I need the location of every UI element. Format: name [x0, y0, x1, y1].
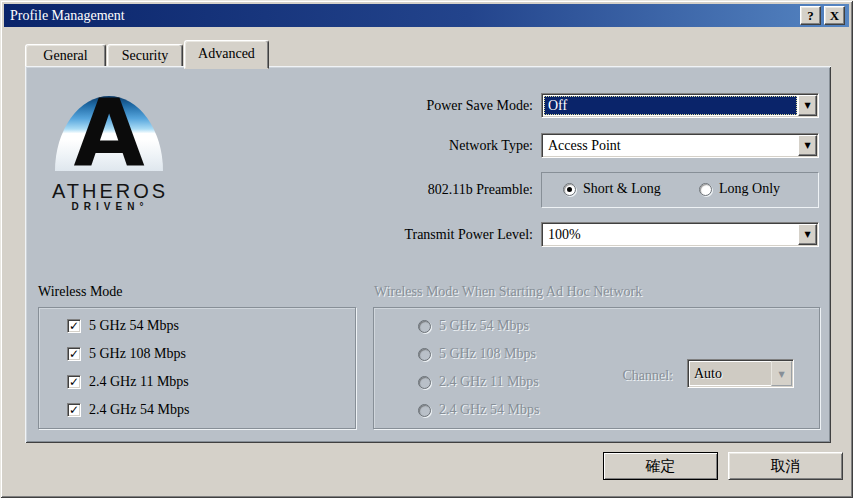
wireless-mode-24ghz54-label: 2.4 GHz 54 Mbps [89, 402, 189, 417]
adhoc-group-title: Wireless Mode When Starting Ad Hoc Netwo… [374, 284, 642, 300]
cancel-button[interactable]: 取消 [728, 452, 843, 480]
wireless-mode-groupbox: ✓5 GHz 54 Mbps ✓5 GHz 108 Mbps ✓2.4 GHz … [38, 307, 356, 429]
wireless-mode-5ghz108-checkbox[interactable]: ✓ [67, 347, 81, 361]
preamble-short-long-radio[interactable] [563, 183, 576, 196]
adhoc-row: 5 GHz 108 Mbps [418, 344, 536, 362]
transmit-power-level-combobox[interactable]: 100% ▼ [541, 222, 819, 247]
channel-combobox: Auto ▼ [687, 359, 794, 388]
close-icon: X [830, 8, 839, 23]
adhoc-24ghz11-label: 2.4 GHz 11 Mbps [439, 374, 539, 389]
atheros-brand-text: ATHEROS [42, 180, 178, 203]
window-title: Profile Management [10, 8, 125, 23]
adhoc-row: 2.4 GHz 54 Mbps [418, 400, 539, 418]
preamble-groupbox: Short & Long Long Only [541, 172, 819, 208]
wireless-mode-24ghz54-checkbox[interactable]: ✓ [67, 403, 81, 417]
checkmark-icon: ✓ [68, 348, 80, 360]
tab-security-label: Security [122, 48, 169, 63]
help-icon: ? [807, 8, 814, 23]
atheros-logo-a-icon: A [55, 94, 163, 174]
wireless-mode-5ghz108-label: 5 GHz 108 Mbps [89, 346, 186, 361]
wireless-mode-24ghz11-checkbox[interactable]: ✓ [67, 375, 81, 389]
tab-advanced-label: Advanced [198, 46, 255, 61]
network-type-label: Network Type: [360, 138, 533, 154]
wireless-mode-row: ✓2.4 GHz 54 Mbps [67, 400, 189, 418]
dropdown-arrow-icon: ▼ [799, 136, 816, 155]
help-button[interactable]: ? [800, 6, 821, 25]
checkmark-icon: ✓ [68, 320, 80, 332]
adhoc-row: 2.4 GHz 11 Mbps [418, 372, 539, 390]
wireless-mode-row: ✓2.4 GHz 11 Mbps [67, 372, 189, 390]
adhoc-24ghz54-label: 2.4 GHz 54 Mbps [439, 402, 539, 417]
wireless-mode-row: ✓5 GHz 108 Mbps [67, 344, 186, 362]
checkmark-icon: ✓ [68, 376, 80, 388]
transmit-power-level-label: Transmit Power Level: [335, 227, 533, 243]
network-type-dropdown-button[interactable]: ▼ [798, 135, 817, 156]
profile-management-dialog: Profile Management ? X General Security … [0, 0, 853, 498]
adhoc-groupbox: 5 GHz 54 Mbps 5 GHz 108 Mbps 2.4 GHz 11 … [373, 307, 820, 429]
power-save-mode-dropdown-button[interactable]: ▼ [798, 95, 817, 116]
channel-value: Auto [690, 362, 772, 385]
preamble-label: 802.11b Preamble: [360, 182, 533, 198]
tab-general-label: General [43, 48, 87, 63]
wireless-mode-title: Wireless Mode [38, 284, 123, 300]
adhoc-24ghz54-radio [418, 404, 431, 417]
titlebar[interactable]: Profile Management [4, 4, 849, 27]
power-save-mode-value: Off [544, 96, 797, 115]
tab-general[interactable]: General [25, 44, 106, 67]
wireless-mode-24ghz11-label: 2.4 GHz 11 Mbps [89, 374, 189, 389]
wireless-mode-row: ✓5 GHz 54 Mbps [67, 316, 179, 334]
tab-advanced[interactable]: Advanced [184, 40, 269, 69]
network-type-combobox[interactable]: Access Point ▼ [541, 133, 819, 158]
preamble-short-long-label: Short & Long [583, 181, 661, 197]
adhoc-24ghz11-radio [418, 376, 431, 389]
network-type-value: Access Point [544, 136, 797, 155]
cancel-button-label: 取消 [771, 457, 801, 474]
wireless-mode-5ghz54-checkbox[interactable]: ✓ [67, 319, 81, 333]
adhoc-5ghz108-label: 5 GHz 108 Mbps [439, 346, 536, 361]
preamble-long-only-radio[interactable] [699, 183, 712, 196]
checkmark-icon: ✓ [68, 404, 80, 416]
channel-label: Channel: [591, 368, 673, 384]
adhoc-5ghz108-radio [418, 348, 431, 361]
channel-dropdown-button: ▼ [771, 361, 792, 386]
power-save-mode-combobox[interactable]: Off ▼ [541, 93, 819, 118]
ok-button[interactable]: 確定 [603, 452, 718, 480]
transmit-power-level-value: 100% [544, 225, 797, 244]
preamble-long-only-label: Long Only [719, 181, 780, 197]
wireless-mode-5ghz54-label: 5 GHz 54 Mbps [89, 318, 179, 333]
tab-security[interactable]: Security [107, 44, 183, 67]
dropdown-arrow-icon: ▼ [772, 362, 791, 387]
ok-button-label: 確定 [646, 457, 676, 474]
adhoc-5ghz54-label: 5 GHz 54 Mbps [439, 318, 529, 333]
atheros-tagline-text: DRIVEN° [42, 201, 178, 212]
adhoc-row: 5 GHz 54 Mbps [418, 316, 529, 334]
close-button[interactable]: X [824, 6, 845, 25]
dropdown-arrow-icon: ▼ [799, 225, 816, 244]
power-save-mode-label: Power Save Mode: [360, 98, 533, 114]
dropdown-arrow-icon: ▼ [799, 96, 816, 115]
transmit-power-level-dropdown-button[interactable]: ▼ [798, 224, 817, 245]
adhoc-5ghz54-radio [418, 320, 431, 333]
